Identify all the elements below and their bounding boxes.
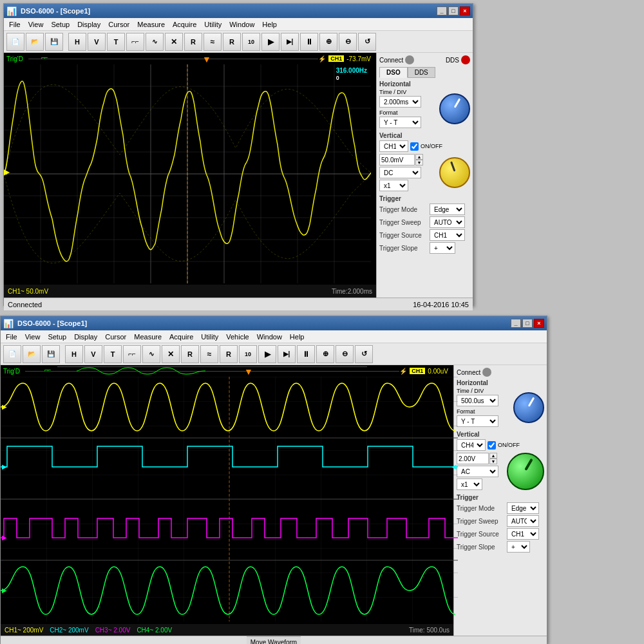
toolbar-play[interactable]: ▶ (261, 33, 279, 51)
volt-up-1[interactable]: ▲ (415, 154, 423, 160)
tb2-cross[interactable]: ✕ (162, 345, 180, 363)
tb2-play[interactable]: ▶ (258, 345, 276, 363)
menu-cursor-1[interactable]: Cursor (104, 19, 133, 30)
close-btn-2[interactable]: × (534, 319, 544, 328)
toolbar-h[interactable]: H (68, 33, 86, 51)
tb2-wave[interactable]: ∿ (142, 345, 160, 363)
volt-down-1[interactable]: ▼ (415, 160, 423, 166)
tb2-tilde[interactable]: ≈ (200, 345, 218, 363)
trig-mode-select-2[interactable]: Edge (507, 502, 539, 514)
menu-help-2[interactable]: Help (286, 332, 308, 342)
tb2-r[interactable]: R (181, 345, 199, 363)
menu-file-2[interactable]: File (2, 332, 21, 342)
toolbar-pulse[interactable]: ⌐⌐ (126, 33, 144, 51)
minimize-btn-1[interactable]: _ (437, 6, 447, 15)
trig-sweep-select-2[interactable]: AUTO (507, 515, 539, 527)
toolbar-t[interactable]: T (107, 33, 125, 51)
menu-window-1[interactable]: Window (225, 19, 258, 30)
tb2-t[interactable]: T (104, 345, 122, 363)
toolbar-open[interactable]: 📂 (26, 33, 44, 51)
toolbar-new[interactable]: 📄 (6, 33, 24, 51)
vert-knob-container-1 (439, 157, 470, 188)
trig-sweep-select-1[interactable]: AUTO (430, 216, 465, 228)
probe-select-2[interactable]: x1 (457, 478, 482, 490)
toolbar-r[interactable]: R (184, 33, 202, 51)
volt-div-input-2[interactable] (457, 453, 489, 464)
tb2-v[interactable]: V (84, 345, 102, 363)
horiz-knob-1[interactable] (439, 93, 470, 124)
toolbar-save[interactable]: 💾 (45, 33, 63, 51)
maximize-btn-1[interactable]: □ (448, 6, 459, 15)
tb2-10[interactable]: 10 (239, 345, 257, 363)
tb2-zoom-in[interactable]: ⊕ (316, 345, 334, 363)
tb2-save[interactable]: 💾 (42, 345, 60, 363)
toolbar-zoom-out[interactable]: ⊖ (339, 33, 357, 51)
horiz-knob-2[interactable] (513, 392, 544, 423)
toolbar-cross[interactable]: ✕ (165, 33, 183, 51)
onoff-checkbox-1[interactable] (410, 142, 419, 151)
trig-source-select-1[interactable]: CH1 (430, 229, 465, 241)
onoff-checkbox-2[interactable] (488, 441, 496, 450)
volt-up-2[interactable]: ▲ (489, 453, 497, 459)
toolbar-v[interactable]: V (88, 33, 106, 51)
volt-down-2[interactable]: ▼ (489, 459, 497, 464)
toolbar-r2[interactable]: R (223, 33, 241, 51)
format-select-1[interactable]: Y - T (379, 117, 421, 128)
menu-measure-1[interactable]: Measure (133, 19, 169, 30)
time-div-select-1[interactable]: 2.000ms (379, 96, 421, 108)
toolbar-wave[interactable]: ∿ (146, 33, 164, 51)
volt-div-input-1[interactable] (379, 154, 415, 166)
toolbar-zoom-in[interactable]: ⊕ (319, 33, 337, 51)
maximize-btn-2[interactable]: □ (522, 319, 533, 328)
tb2-pulse[interactable]: ⌐⌐ (123, 345, 141, 363)
menu-cursor-2[interactable]: Cursor (101, 332, 130, 342)
vert-knob-2[interactable] (507, 453, 544, 490)
menu-view-1[interactable]: View (24, 19, 48, 30)
tb2-reset[interactable]: ↺ (355, 345, 373, 363)
tb2-r2[interactable]: R (220, 345, 238, 363)
toolbar-10[interactable]: 10 (242, 33, 260, 51)
menu-vehicle-2[interactable]: Vehicle (222, 332, 252, 342)
menu-setup-1[interactable]: Setup (47, 19, 73, 30)
menu-display-2[interactable]: Display (70, 332, 101, 342)
menu-acquire-2[interactable]: Acquire (166, 332, 197, 342)
tb2-zoom-out[interactable]: ⊖ (336, 345, 354, 363)
menu-view-2[interactable]: View (21, 332, 44, 342)
probe-select-1[interactable]: x1 (379, 180, 408, 191)
time-div-row-1: Time / DIV 2.000ms Format Y - T (379, 89, 470, 128)
toolbar-reset[interactable]: ↺ (358, 33, 376, 51)
menu-utility-2[interactable]: Utility (197, 332, 222, 342)
tab-dso-1[interactable]: DSO (379, 67, 408, 78)
tb2-open[interactable]: 📂 (23, 345, 41, 363)
tb2-h[interactable]: H (65, 345, 83, 363)
tab-dds-1[interactable]: DDS (408, 67, 435, 78)
trig-slope-select-2[interactable]: + (507, 541, 530, 553)
tb2-playfwd[interactable]: ▶| (278, 345, 296, 363)
trig-source-select-2[interactable]: CH1 (507, 528, 539, 540)
ch-select-1[interactable]: CH1 (379, 140, 408, 152)
format-select-2[interactable]: Y - T (457, 415, 498, 427)
trig-mode-select-1[interactable]: Edge (430, 204, 465, 215)
menu-setup-2[interactable]: Setup (44, 332, 70, 342)
toolbar-play-fwd[interactable]: ▶| (281, 33, 299, 51)
toolbar-pause[interactable]: ⏸ (300, 33, 318, 51)
menu-acquire-1[interactable]: Acquire (169, 19, 200, 30)
tb2-new[interactable]: 📄 (3, 345, 21, 363)
menu-display-1[interactable]: Display (73, 19, 104, 30)
toolbar-tilde[interactable]: ≈ (204, 33, 222, 51)
ch-select-2[interactable]: CH4 (457, 439, 486, 451)
menu-help-1[interactable]: Help (258, 19, 281, 30)
tb2-pause[interactable]: ⏸ (297, 345, 315, 363)
trig-slope-select-1[interactable]: + (430, 242, 455, 254)
coupling-select-1[interactable]: DC (379, 167, 421, 178)
menu-file-1[interactable]: File (5, 19, 24, 30)
minimize-btn-2[interactable]: _ (511, 319, 521, 328)
menu-utility-1[interactable]: Utility (200, 19, 225, 30)
close-btn-1[interactable]: × (460, 6, 470, 15)
menu-measure-2[interactable]: Measure (130, 332, 166, 342)
volt-knob-row-2: ▲ ▼ AC x1 (457, 453, 544, 490)
time-div-select-2[interactable]: 500.0us (457, 395, 498, 406)
menu-window-2[interactable]: Window (253, 332, 286, 342)
vert-knob-1[interactable] (439, 157, 470, 188)
coupling-select-2[interactable]: AC (457, 466, 498, 477)
